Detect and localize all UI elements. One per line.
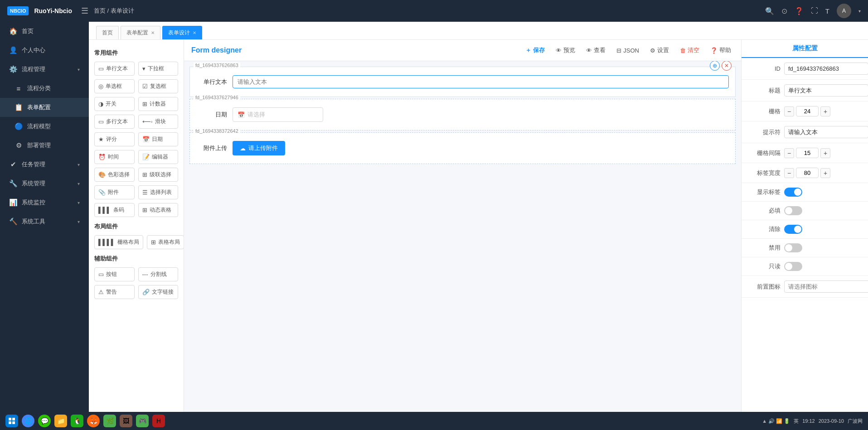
sidebar-item-sys-mgmt[interactable]: 🔧 系统管理 ▾ [0,174,89,193]
required-toggle[interactable] [784,206,802,215]
comp-grid-layout[interactable]: ▌▌▌▌栅格布局 [94,235,143,249]
fontsize-icon[interactable]: T [825,7,829,15]
comp-cascade[interactable]: ⊞级联选择 [138,168,179,182]
comp-barcode[interactable]: ▌▌▌条码 [94,203,135,217]
taskbar-qq-icon[interactable]: 🐧 [71,415,83,427]
disabled-toggle[interactable] [784,243,802,252]
taskbar-chrome-icon[interactable]: 🌐 [22,415,34,427]
comp-slider[interactable]: ⟵◦滑块 [138,115,179,129]
comp-divider[interactable]: ---分割线 [138,267,179,281]
dropdown-icon: ▾ [142,65,145,72]
property-grid-label: 栅格 [749,107,781,116]
settings-button[interactable]: ⚙ 设置 [647,44,672,56]
fullscreen-icon[interactable]: ⛶ [811,7,818,15]
clearable-toggle[interactable] [784,225,802,234]
taskbar-heidi-icon[interactable]: H [152,415,165,427]
tab-form-config-close[interactable]: ✕ [151,30,155,35]
property-id-input[interactable] [784,63,868,75]
help-button[interactable]: ❓ 帮助 [708,44,734,56]
logo-box: NBCIO [7,6,29,15]
comp-dropdown[interactable]: ▾下拉框 [138,62,179,76]
taskbar-wechat-icon[interactable]: 💬 [38,415,51,427]
taskbar-windows-icon[interactable] [5,415,18,427]
comp-button[interactable]: ▭按钮 [94,267,135,281]
sidebar-item-deploy[interactable]: ⚙ 部署管理 [0,136,89,155]
showlabel-toggle[interactable] [784,188,802,197]
counter-icon: ⊞ [142,101,147,107]
comp-text-link[interactable]: 🔗文字链接 [138,285,179,299]
sidebar-item-personal[interactable]: 👤 个人中心 [0,41,89,60]
comp-time[interactable]: ⏰时间 [94,150,135,164]
property-gridgap-row: 栅格间隔 − + [742,143,868,163]
menu-toggle-icon[interactable]: ☰ [81,6,88,16]
top-bar-left: NBCIO RuoYi-Nbcio ☰ 首页 / 表单设计 [7,6,134,16]
property-title-input[interactable] [784,84,868,97]
view-button[interactable]: 👁 查看 [583,44,608,56]
row1-delete-btn[interactable]: ✕ [722,61,732,71]
single-text-input[interactable] [233,75,729,88]
comp-color[interactable]: 🎨色彩选择 [94,168,135,182]
settings-icon: ⚙ [650,47,655,54]
tab-form-designer-close[interactable]: ✕ [193,30,196,35]
date-input[interactable]: 📅 请选择 [233,107,323,122]
sidebar-item-workflow[interactable]: ⚙️ 流程管理 ▾ [0,60,89,79]
comp-dynamic-table[interactable]: ⊞动态表格 [138,203,179,217]
sidebar-item-task[interactable]: ✔ 任务管理 ▾ [0,155,89,174]
taskbar-file-icon[interactable]: 📁 [54,415,67,427]
preview-button[interactable]: 👁 预览 [553,44,578,56]
comp-alert[interactable]: ⚠警告 [94,285,135,299]
clear-button[interactable]: 🗑 清空 [677,44,702,56]
svg-rect-3 [12,421,15,424]
github-icon[interactable]: ⊙ [781,7,787,15]
gridgap-decrement-btn[interactable]: − [784,148,794,158]
gridgap-increment-btn[interactable]: + [820,148,830,158]
upload-button[interactable]: ☁ 请上传附件 [233,141,285,155]
comp-checkbox[interactable]: ☑复选框 [138,79,179,93]
labelwidth-decrement-btn[interactable]: − [784,168,794,178]
sidebar-label-workflow: 流程管理 [22,65,73,73]
tab-form-designer[interactable]: 表单设计 ✕ [162,26,202,39]
sidebar-item-sys-tools[interactable]: 🔨 系统工具 ▾ [0,212,89,231]
comp-date[interactable]: 📅日期 [138,132,179,146]
sidebar-item-flow-model[interactable]: 🔵 流程模型 [0,117,89,136]
sidebar-item-form-config[interactable]: 📋 表单配置 [0,98,89,117]
avatar-arrow[interactable]: ▾ [858,9,861,14]
sidebar-item-sys-monitor[interactable]: 📊 系统监控 ▾ [0,193,89,212]
grid-value-input[interactable] [796,106,819,116]
comp-attachment[interactable]: 📎附件 [94,185,135,199]
comp-rating[interactable]: ★评分 [94,132,135,146]
gridgap-value-input[interactable] [796,148,819,158]
property-placeholder-input[interactable] [784,126,868,138]
tab-form-config[interactable]: 表单配置 ✕ [121,26,160,39]
save-button[interactable]: ＋ 保存 [523,44,548,56]
row1-copy-btn[interactable]: ⊕ [710,61,720,71]
comp-radio[interactable]: ◎单选框 [94,79,135,93]
grid-decrement-btn[interactable]: − [784,106,794,116]
taskbar-img-icon[interactable]: 🖼 [120,415,132,427]
comp-table-layout[interactable]: ⊞表格布局 [147,235,184,249]
help-icon[interactable]: ❓ [795,7,804,15]
editor-icon: 📝 [142,154,150,160]
readonly-toggle[interactable] [784,262,802,271]
sidebar-item-home[interactable]: 🏠 首页 [0,22,89,41]
grid-increment-btn[interactable]: + [820,106,830,116]
taskbar-game-icon[interactable]: 🎮 [136,415,149,427]
labelwidth-increment-btn[interactable]: + [820,168,830,178]
sidebar-item-flow-category[interactable]: ≡ 流程分类 [0,79,89,98]
labelwidth-value-input[interactable] [796,168,819,178]
comp-editor[interactable]: 📝编辑器 [138,150,179,164]
taskbar-firefox-icon[interactable]: 🦊 [87,415,100,427]
prefix-icon-input[interactable] [784,280,868,293]
comp-single-text[interactable]: ▭单行文本 [94,62,135,76]
comp-switch[interactable]: ◑开关 [94,97,135,111]
tab-home[interactable]: 首页 [96,26,119,39]
field-single-text: 单行文本 [194,72,731,92]
comp-counter[interactable]: ⊞计数器 [138,97,179,111]
avatar[interactable]: A [837,4,851,18]
json-button[interactable]: ⊟ JSON [614,45,642,56]
comp-textarea[interactable]: ▭多行文本 [94,115,135,129]
comp-select-list[interactable]: ☰选择列表 [138,185,179,199]
search-icon[interactable]: 🔍 [765,7,774,15]
taskbar-leaf-icon[interactable]: 🌿 [103,415,116,427]
property-labelwidth-number: − + [784,168,861,178]
